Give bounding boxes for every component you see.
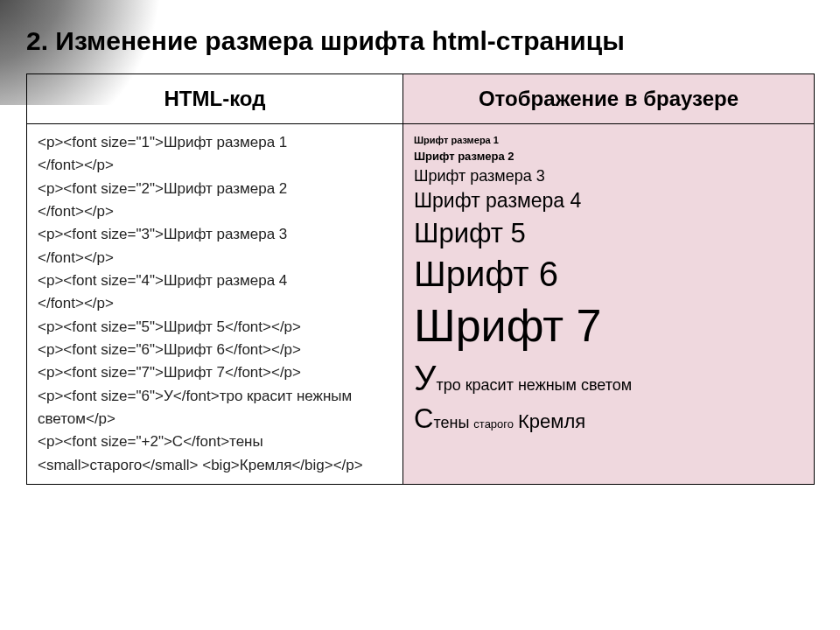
- render-size-4: Шрифт размера 4: [414, 189, 803, 214]
- mix-big: Кремля: [518, 410, 585, 432]
- render-size-6: Шрифт 6: [414, 253, 803, 295]
- mix-small: старого: [473, 417, 514, 430]
- code-line: <p><font size="4">Шрифт размера 4: [38, 270, 392, 292]
- code-line: <p><font size="2">Шрифт размера 2: [38, 178, 392, 200]
- render-mixed-line: Стены старого Кремля: [414, 402, 803, 435]
- code-line: </font></p>: [38, 292, 392, 315]
- dropcap-u: У: [414, 359, 436, 397]
- code-line: <p><font size="7">Шрифт 7</font></p>: [38, 361, 392, 384]
- slide-title: 2. Изменение размера шрифта html-страниц…: [26, 26, 814, 56]
- render-size-5: Шрифт 5: [414, 217, 803, 249]
- mix-part-a: тены: [433, 414, 473, 431]
- render-size-3: Шрифт размера 3: [414, 167, 803, 186]
- code-line: </font></p>: [38, 247, 392, 270]
- comparison-table: HTML-код Отображение в браузере <p><font…: [26, 74, 815, 485]
- header-code: HTML-код: [27, 74, 403, 124]
- render-size-2: Шрифт размера 2: [414, 150, 803, 164]
- code-line: </font></p>: [38, 154, 392, 177]
- code-line: <p><font size="6">Шрифт 6</font></p>: [38, 339, 392, 361]
- header-browser: Отображение в браузере: [403, 74, 815, 124]
- code-line: <p><font size="6">У</font>тро красит неж…: [38, 385, 392, 431]
- render-size-1: Шрифт размера 1: [414, 135, 803, 146]
- code-line: <p><font size="1">Шрифт размера 1: [38, 131, 392, 154]
- dropcap-s: С: [414, 403, 433, 434]
- render-size-7: Шрифт 7: [414, 298, 803, 353]
- dropcap-rest: тро красит нежным светом: [436, 376, 632, 394]
- slide-content: 2. Изменение размера шрифта html-страниц…: [0, 0, 840, 485]
- code-cell: <p><font size="1">Шрифт размера 1 </font…: [27, 124, 403, 485]
- code-line: <p><font size="5">Шрифт 5</font></p>: [38, 316, 392, 339]
- code-line: <p><font size="+2">С</font>тены <small>с…: [38, 430, 392, 477]
- code-line: </font></p>: [38, 200, 392, 223]
- browser-cell: Шрифт размера 1 Шрифт размера 2 Шрифт ра…: [403, 124, 815, 485]
- render-dropcap-line: Утро красит нежным светом: [414, 357, 803, 399]
- code-line: <p><font size="3">Шрифт размера 3: [38, 223, 392, 246]
